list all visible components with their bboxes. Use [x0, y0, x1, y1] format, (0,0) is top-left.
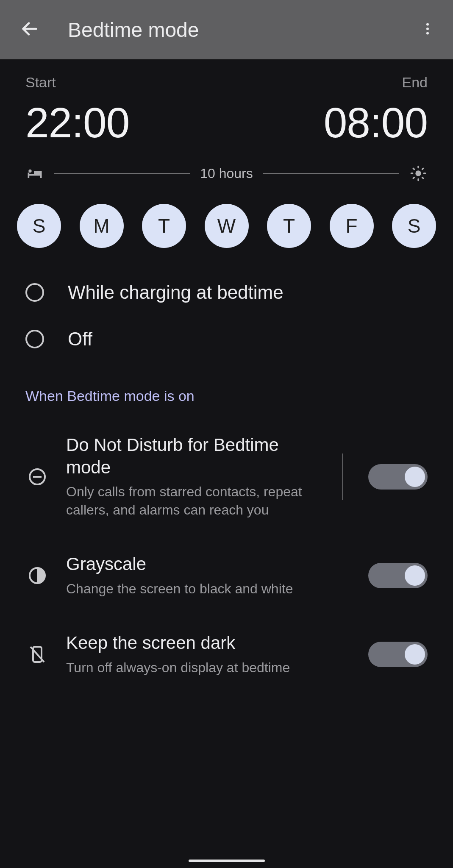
setting-keep-dark[interactable]: Keep the screen dark Turn off always-on … [0, 615, 453, 694]
more-menu-button[interactable] [415, 17, 440, 42]
svg-point-4 [415, 170, 421, 176]
svg-point-1 [426, 23, 429, 26]
app-header: Bedtime mode [0, 0, 453, 59]
arrow-left-icon [20, 19, 39, 40]
duration-line-left [54, 173, 190, 174]
day-label: F [345, 214, 357, 237]
day-thu[interactable]: T [267, 204, 311, 248]
nav-indicator [189, 860, 265, 862]
day-label: W [217, 214, 236, 237]
setting-title: Keep the screen dark [66, 632, 343, 654]
start-value: 22:00 [25, 98, 227, 147]
days-row: S M T W T F S [0, 195, 453, 269]
start-label: Start [25, 74, 227, 91]
duration-line-right [263, 173, 399, 174]
svg-line-12 [422, 168, 423, 169]
end-time-block[interactable]: End 08:00 [227, 74, 428, 147]
duration-text: 10 hours [200, 166, 253, 181]
day-label: M [93, 214, 109, 237]
day-tue[interactable]: T [142, 204, 186, 248]
svg-line-8 [422, 178, 423, 178]
day-mon[interactable]: M [80, 204, 124, 248]
duration-row: 10 hours [0, 147, 453, 195]
day-label: S [33, 214, 46, 237]
svg-line-11 [413, 178, 414, 178]
setting-title: Grayscale [66, 553, 343, 576]
dnd-toggle[interactable] [368, 464, 428, 490]
end-value: 08:00 [227, 98, 428, 147]
radio-icon [25, 330, 44, 348]
section-header: When Bedtime mode is on [0, 362, 453, 417]
svg-point-2 [426, 28, 429, 30]
day-label: S [408, 214, 421, 237]
dnd-icon [25, 465, 49, 489]
back-button[interactable] [17, 17, 42, 42]
keep-dark-toggle[interactable] [368, 642, 428, 667]
day-fri[interactable]: F [330, 204, 374, 248]
grayscale-icon [25, 564, 49, 587]
page-title: Bedtime mode [68, 18, 415, 42]
setting-text: Do Not Disturb for Bedtime mode Only cal… [66, 434, 325, 519]
setting-text: Keep the screen dark Turn off always-on … [66, 632, 351, 677]
phone-off-icon [25, 643, 49, 666]
radio-while-charging[interactable]: While charging at bedtime [0, 269, 453, 316]
setting-desc: Turn off always-on display at bedtime [66, 659, 303, 677]
setting-dnd[interactable]: Do Not Disturb for Bedtime mode Only cal… [0, 417, 453, 536]
setting-desc: Only calls from starred contacts, repeat… [66, 483, 303, 519]
toggle-knob [405, 644, 425, 665]
toggle-knob [405, 565, 425, 586]
svg-line-7 [413, 168, 414, 169]
setting-grayscale[interactable]: Grayscale Change the screen to black and… [0, 536, 453, 615]
radio-label: While charging at bedtime [68, 282, 283, 303]
end-label: End [227, 74, 428, 91]
sun-icon [409, 164, 428, 183]
toggle-knob [405, 467, 425, 487]
time-row: Start 22:00 End 08:00 [0, 59, 453, 147]
setting-desc: Change the screen to black and white [66, 580, 303, 598]
bed-icon [25, 164, 44, 183]
day-label: T [158, 214, 170, 237]
setting-text: Grayscale Change the screen to black and… [66, 553, 351, 598]
radio-off[interactable]: Off [0, 316, 453, 362]
day-label: T [283, 214, 295, 237]
day-sat[interactable]: S [392, 204, 436, 248]
setting-title: Do Not Disturb for Bedtime mode [66, 434, 317, 479]
setting-divider [342, 453, 343, 500]
radio-icon [25, 283, 44, 302]
start-time-block[interactable]: Start 22:00 [25, 74, 227, 147]
day-wed[interactable]: W [205, 204, 249, 248]
day-sun[interactable]: S [17, 204, 61, 248]
more-vert-icon [420, 21, 435, 38]
svg-point-3 [426, 32, 429, 35]
radio-label: Off [68, 328, 92, 350]
grayscale-toggle[interactable] [368, 563, 428, 588]
